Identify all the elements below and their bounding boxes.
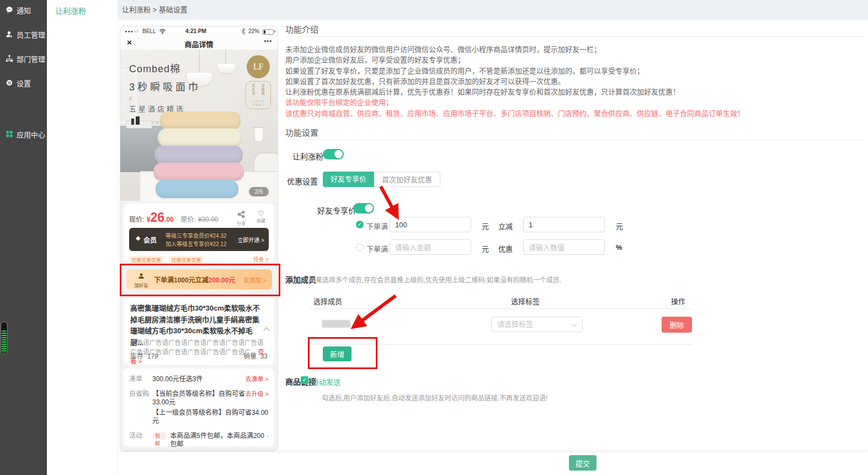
towel-lavender [155, 146, 243, 164]
sub-sidebar: 让利涨粉 [47, 0, 118, 475]
member-name-redacted [322, 320, 350, 328]
intro-line: 让利涨粉优惠在原系统满额减后计算，优先于优惠券！如果同时存在好友专享价和首次加好… [285, 87, 744, 97]
add-friend-bar: 加好友 下单满1000元立减200.00元 去添加 > [126, 269, 272, 290]
reduce-label: 立减 [498, 221, 513, 231]
activity-card: 凑单 300.00元任选3件 去凑单 > 自省购 【当前会员等级名称】自购可省3… [124, 369, 274, 446]
brand-sub3: LOVE FEEL [249, 99, 268, 107]
add-friend-person-icon [138, 273, 145, 279]
order-over-radio-unchecked[interactable] [356, 243, 364, 251]
breadcrumb[interactable]: 让利涨粉 > 基础设置 [122, 0, 188, 20]
order-over-radio-checked[interactable]: ✓ [356, 221, 364, 228]
percent-value-input[interactable] [523, 239, 605, 255]
enable-toggle[interactable] [323, 149, 344, 159]
enable-label: 让利涨粉 [292, 151, 323, 162]
member-label: 会员 [143, 235, 157, 244]
breadcrumb-bar: 让利涨粉 > 基础设置 [118, 0, 868, 20]
order-amount-input[interactable] [390, 217, 471, 232]
coupon-tag: 优惠优惠优惠 [129, 256, 163, 264]
add-button[interactable]: 新增 [323, 346, 352, 361]
phone-page-title: 商品详情 [120, 39, 278, 49]
bottle-shape [131, 119, 134, 125]
percent-amount-input[interactable] [390, 239, 471, 255]
table-divider [309, 344, 693, 345]
order-over-label: 下单满 [366, 221, 388, 231]
product-hero-image: Combed棉 3秒瞬吸面巾 // 五星酒店精选 IT TAKES A LOT … [120, 50, 278, 201]
towel-ivory [158, 129, 242, 147]
brand-badge-body: 轻生活 深睡眠 LOVE FEEL [246, 81, 271, 109]
offer-text: 下单满1000元立减 [154, 276, 209, 284]
bottle-shape [136, 116, 140, 125]
brand-sub1: 轻生活 [251, 84, 256, 95]
auto-send-checkbox[interactable]: ✓ [301, 376, 308, 384]
main-panel: 让利涨粉 > 基础设置 ●●●○○ BELL 4:21 PM 22% × 商品详… [118, 0, 868, 475]
feature-intro-text: 未添加企业微信成员好友的微信用户访问微信公众号、微信小程序商品详情页时，提示加好… [285, 44, 744, 119]
column-header-action: 操作 [671, 296, 685, 306]
tab-first-add-discount[interactable]: 首次加好友优惠 [374, 172, 440, 187]
diamond-icon: ◆ [136, 234, 140, 242]
reduce-amount-input[interactable] [523, 217, 605, 232]
hero-line1: Combed棉 [129, 61, 201, 75]
tag-select-placeholder: 请选择标签 [497, 317, 533, 332]
phone-status-bar: ●●●○○ BELL 4:21 PM 22% [120, 26, 278, 36]
go-add-action: 去添加 > [243, 275, 267, 284]
wifi-icon [159, 29, 166, 34]
hero-line2: 3秒瞬吸面巾 [129, 79, 201, 93]
row-text: 本商品满5件包邮，本商品满200包邮 [170, 432, 267, 449]
bathtub-shape [254, 153, 278, 172]
member-benefit-line2: 加入等级五专享价¥22.12 [166, 239, 227, 248]
phone-nav-bar: × 商品详情 ••• [120, 36, 278, 50]
more-icon: ••• [264, 38, 272, 44]
add-friend-offer-text: 下单满1000元立减200.00元 [154, 275, 235, 284]
sidebar-item-app-center[interactable]: 应用中心 [6, 127, 45, 141]
row-action: 去升级 > [246, 390, 269, 398]
battery-nub-icon [274, 30, 275, 33]
list-row: 凑单 300.00元任选3件 去凑单 > [129, 375, 269, 383]
section-title-settings: 功能设置 [285, 126, 318, 138]
lamp-stem-small [225, 50, 226, 65]
tag-select[interactable]: 请选择标签 [491, 317, 583, 332]
discount-label: 优惠设置 [287, 175, 318, 186]
price-amount: 26 [150, 210, 164, 225]
discount-word-label: 优惠 [498, 243, 513, 254]
auto-send-label: 自动发送 [312, 376, 340, 387]
org-chart-icon [6, 55, 13, 62]
price-row: 现价: ¥26.00 原价: ¥30.00 分享 ♡ 收藏 [129, 210, 269, 226]
app-grid-icon [6, 130, 13, 138]
brand-sub2: 深睡眠 [260, 84, 265, 95]
row-text: 【上一级会员等级名称】自购可省34.00元 [152, 409, 269, 425]
sidebar-item-settings[interactable]: 设置 [6, 76, 31, 89]
share-action: 分享 [237, 210, 246, 226]
friend-price-toggle[interactable] [353, 203, 374, 214]
sidebar-item-notifications[interactable]: 通知 [6, 3, 31, 17]
chevron-right-icon: › [267, 432, 269, 440]
member-bar: ◆ 会员 等级三专享会员价¥24.32 加入等级五专享价¥22.12 立即开通 … [129, 228, 269, 251]
sidebar-item-departments[interactable]: 部门管理 [6, 52, 45, 65]
friend-price-label: 好友专享价 [317, 205, 356, 216]
add-friend-icon-block: 加好友 [132, 271, 151, 288]
delete-button[interactable]: 删除 [662, 317, 692, 333]
sidebar-item-employees[interactable]: 员工管理 [6, 28, 45, 41]
edge-progress-fill [2, 330, 7, 353]
image-page-badge: 2/5 [249, 187, 269, 196]
activity-tag: 包邮 [152, 432, 167, 440]
content-panel: ●●●○○ BELL 4:21 PM 22% × 商品详情 ••• [118, 20, 868, 452]
tab-friend-price[interactable]: 好友专享价 [323, 172, 374, 187]
sidebar-item-label: 通知 [17, 5, 31, 15]
get-coupon-action: 领券 > [253, 255, 269, 263]
edge-progress-widget [1, 322, 8, 355]
battery-icon [263, 29, 274, 35]
self-buy-row: 自省购 【当前会员等级名称】自购可省33.00元 去升级 > [129, 390, 269, 407]
row-text: 【当前会员等级名称】自购可省33.00元 [152, 390, 246, 407]
sidebar-item-label: 部门管理 [17, 54, 45, 64]
sidebar-item-rangli-zhangfen[interactable]: 让利涨粉 [55, 3, 86, 19]
favorite-action: ♡ 收藏 [257, 210, 265, 223]
battery-percent-label: 22% [248, 28, 259, 34]
submit-button[interactable]: 提交 [569, 455, 597, 471]
coupon-row: 优惠优惠优惠 优惠优惠优惠 领券 > [129, 254, 269, 262]
stock-value: 179 [147, 353, 158, 360]
section-title-intro: 功能介绍 [285, 23, 318, 35]
intro-line: 未添加企业微信成员好友的微信用户访问微信公众号、微信小程序商品详情页时，提示加好… [285, 44, 744, 55]
unit-yuan-label: 元 [482, 243, 489, 254]
sales-label: 销量 [243, 353, 257, 360]
row-label: 凑单 [129, 375, 152, 383]
